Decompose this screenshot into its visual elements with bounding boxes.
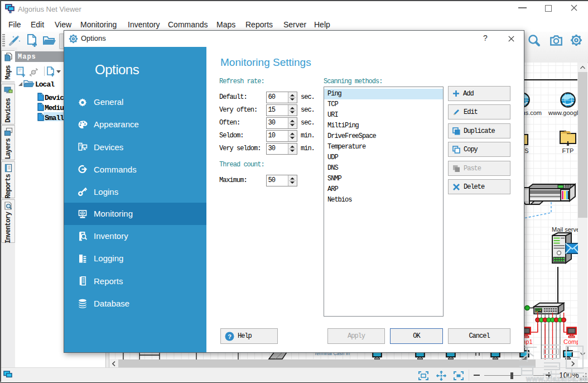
svg-text:?: ?	[228, 333, 232, 339]
